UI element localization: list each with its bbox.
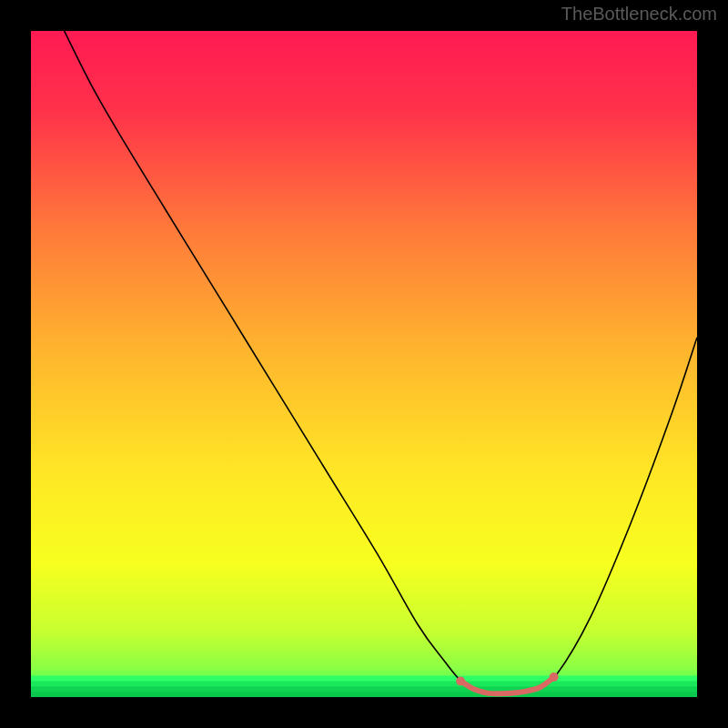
green-band (31, 681, 697, 686)
plot-area (31, 31, 697, 697)
green-band (31, 676, 697, 682)
gradient-background (31, 31, 697, 697)
highlight-end-dot (550, 672, 559, 682)
green-band (31, 686, 697, 692)
green-band (31, 692, 697, 697)
attribution-text: TheBottleneck.com (561, 4, 717, 25)
chart-frame: TheBottleneck.com (0, 0, 728, 728)
highlight-start-dot (456, 676, 465, 685)
chart-svg (31, 31, 697, 697)
